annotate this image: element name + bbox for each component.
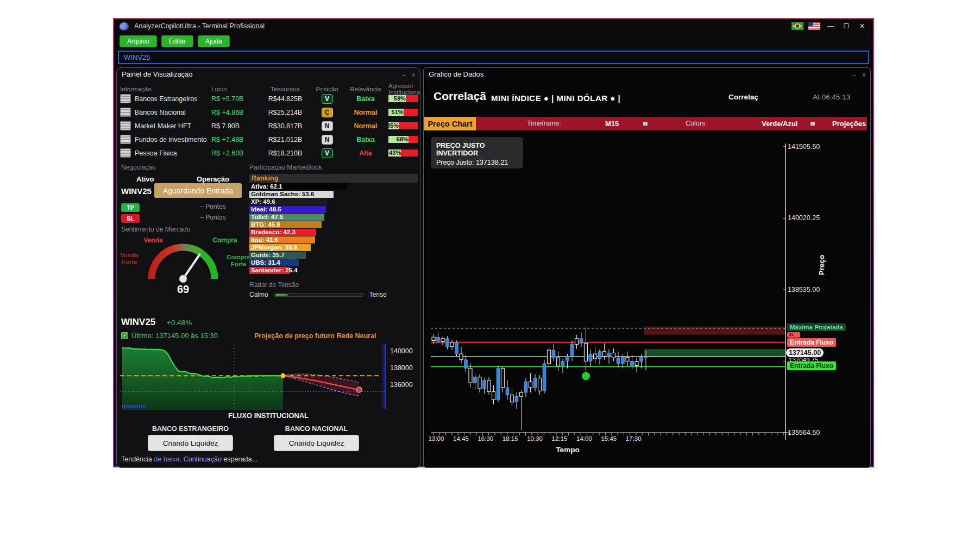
timeframe-label: Timeframe:	[527, 117, 561, 130]
sl-value: – Pontos	[183, 214, 243, 221]
operacao-status-button[interactable]: Aguardando Entrada	[154, 183, 242, 198]
row-tesouraria: R$21.012B	[259, 136, 311, 143]
projections-button[interactable]: Projeções	[832, 117, 866, 130]
posicao-badge: V	[322, 148, 333, 158]
tooltip-title: PREÇO JUSTO INVERTIDOR	[436, 142, 518, 157]
panel-close-icon[interactable]: x	[863, 71, 866, 78]
candle	[511, 388, 514, 407]
menu-arquivo[interactable]: Arquivo	[120, 35, 157, 47]
radar-right-label: Tenso	[369, 291, 387, 298]
candle	[603, 344, 606, 360]
x-tick-label: 17:30	[621, 435, 645, 442]
criando-liquidez-estrangeiro-button[interactable]: Criando Liquidez	[148, 435, 233, 451]
candle	[570, 340, 574, 361]
preco-chart-button[interactable]: Preço Chart	[424, 117, 476, 130]
ativo-header: Ativo	[136, 175, 154, 183]
operacao-header: Operação	[183, 175, 243, 183]
row-relevancia: Alta	[343, 149, 388, 157]
ranking-bar: Santander: 25.4	[249, 267, 290, 274]
row-posicao: N	[311, 135, 343, 145]
panel-minimize-icon[interactable]: –	[402, 71, 405, 78]
radar-fill	[275, 294, 288, 296]
maximize-button[interactable]: ☐	[841, 22, 852, 30]
row-relevancia: Normal	[343, 122, 388, 130]
row-name: Market Maker HFT	[135, 122, 191, 130]
colors-value[interactable]: Verde/Azul	[762, 117, 797, 130]
table-row: Pessoa FisicaR$ +2.60BR$18.210BVAlta43%	[120, 146, 418, 160]
trend-status-line: Tendência de baixa: Continuação esperada…	[121, 455, 257, 463]
radar-left-label: Calmo	[249, 291, 268, 298]
left-panel-title: Painel de Visualização	[122, 70, 193, 78]
candle	[524, 378, 527, 397]
entrada-fluxo-green-badge: Entrada Fluxo	[787, 361, 836, 370]
brazil-flag-icon	[791, 22, 803, 30]
maxima-projetada-badge: Máxima Projetada	[787, 323, 846, 331]
negociacao-label: Negociação	[121, 164, 155, 171]
x-tick-label: 13:00	[424, 435, 448, 442]
ranking-bar: XP: 49.6	[249, 198, 328, 205]
agressor-bar: 51%	[388, 109, 418, 116]
row-agressor-cell: 43%	[388, 149, 418, 157]
ranking-bar: Goldman Sachs: 53.6	[249, 191, 334, 198]
panel-minimize-icon[interactable]: –	[852, 71, 856, 78]
x-tick-label: 14:45	[449, 435, 473, 442]
chart-toolbar: Timeframe: M15 Colors: Verde/Azul Projeç…	[476, 117, 867, 130]
ranking-list: Ativa: 62.1Goldman Sachs: 53.6XP: 49.6Id…	[249, 183, 418, 274]
table-row: Bancos NacionalR$ +4.86BR$25.214BCNormal…	[120, 105, 418, 119]
instruments-label: MINI ÍNDICE ● | MINI DÓLAR ● |	[491, 93, 620, 103]
mini-price-chart	[120, 341, 388, 410]
fair-price-tooltip: PREÇO JUSTO INVERTIDOR Preço Justo: 1371…	[431, 137, 523, 168]
row-tesouraria: R$30.817B	[259, 122, 311, 130]
menu-bar: Arquivo Editar Ajuda	[114, 33, 873, 50]
symbol-input[interactable]	[118, 51, 869, 64]
trend-status-segment: Tendência	[121, 455, 154, 463]
y-tick-label: 135564.50	[788, 429, 820, 436]
candle	[437, 332, 440, 342]
panel-close-icon[interactable]: x	[412, 71, 416, 78]
candle	[548, 347, 551, 369]
candle	[557, 352, 560, 371]
colors-dropdown-icon[interactable]	[811, 122, 815, 126]
timeframe-dropdown-icon[interactable]	[643, 122, 648, 126]
candle	[631, 355, 634, 370]
agressor-bar: 35%	[388, 122, 418, 129]
candle	[580, 332, 583, 347]
table-row: Bancos EstrangeirosR$ +5.70BR$44.825BVBa…	[120, 92, 418, 105]
sentiment-gauge	[124, 238, 242, 283]
last-price-checkbox-icon[interactable]: ✓	[121, 332, 128, 339]
table-row: Market Maker HFTR$ 7.90BR$30.817BNNormal…	[120, 119, 418, 133]
candle	[469, 364, 472, 388]
criando-liquidez-nacional-button[interactable]: Criando Liquidez	[274, 435, 359, 451]
y-tick-label: 138535.00	[788, 286, 820, 294]
row-posicao: N	[311, 121, 343, 131]
agressor-pct: 51%	[392, 109, 404, 116]
colors-label: Colors:	[686, 117, 707, 130]
trend-status-segment: Continuação	[184, 455, 224, 463]
close-button[interactable]: ✕	[857, 22, 868, 30]
sl-badge: SL	[121, 214, 140, 223]
app-window: AnalyzerCopilotUltra - Terminal Profissi…	[113, 18, 874, 467]
minimize-button[interactable]: —	[825, 22, 836, 30]
sl-partial-badge: SL	[787, 332, 800, 338]
marketbook-title: Participação MarketBook	[249, 164, 418, 171]
row-name: Bancos Nacional	[135, 109, 186, 116]
table-row: Fundos de investimentoR$ +7.48BR$21.012B…	[120, 133, 418, 146]
gauge-value: 69	[172, 283, 194, 296]
retail-person-icon	[120, 148, 131, 158]
row-posicao: V	[311, 148, 343, 158]
ativo-value: WINV25	[121, 186, 152, 196]
candle	[487, 377, 491, 395]
investment-funds-icon	[120, 135, 131, 144]
menu-editar[interactable]: Editar	[161, 35, 193, 47]
row-agressor-cell: 68%	[388, 136, 418, 143]
trend-status-segment: esperada...	[223, 455, 257, 463]
candle	[483, 378, 486, 393]
timeframe-value[interactable]: M15	[605, 117, 619, 130]
menu-ajuda[interactable]: Ajuda	[198, 35, 230, 47]
title-bar: AnalyzerCopilotUltra - Terminal Profissi…	[114, 19, 873, 33]
national-banks-icon	[120, 108, 131, 117]
row-name-cell: Bancos Estrangeiros	[120, 94, 211, 103]
posicao-badge: V	[322, 94, 333, 104]
candle	[589, 349, 592, 366]
agressor-pct: 43%	[389, 149, 401, 157]
